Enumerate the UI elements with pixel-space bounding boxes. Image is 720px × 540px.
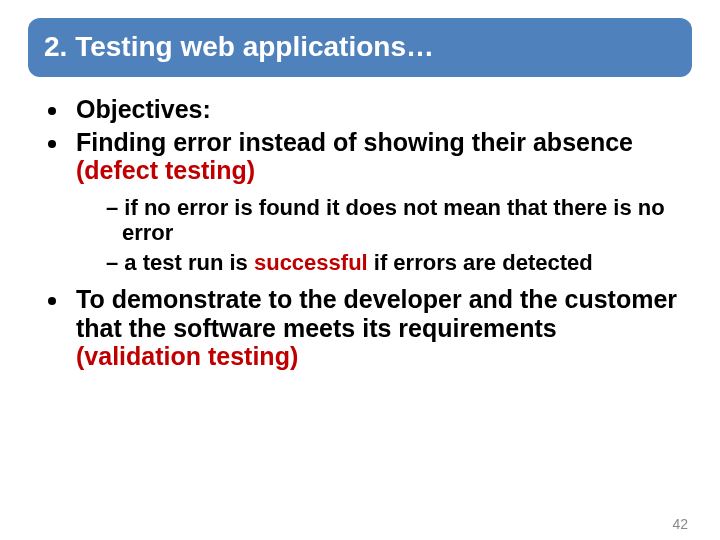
bullet-list-level2: if no error is found it does not mean th…	[76, 195, 680, 275]
slide: 2. Testing web applications… Objectives:…	[0, 18, 720, 540]
highlight-validation-testing: (validation testing)	[76, 342, 298, 370]
highlight-successful: successful	[254, 250, 368, 275]
bullet-list-level1: Objectives: Finding error instead of sho…	[40, 95, 680, 371]
page-number: 42	[672, 516, 688, 532]
subbullet-successful: a test run is successful if errors are d…	[106, 250, 680, 275]
bullet-defect-testing: Finding error instead of showing their a…	[70, 128, 680, 275]
bullet-validation-testing: To demonstrate to the developer and the …	[70, 285, 680, 371]
bullet-objectives: Objectives:	[70, 95, 680, 124]
bullet-text: Objectives:	[76, 95, 211, 123]
slide-title: 2. Testing web applications…	[28, 18, 692, 77]
subbullet-text-b: if errors are detected	[368, 250, 593, 275]
slide-content: Objectives: Finding error instead of sho…	[40, 95, 680, 371]
subbullet-no-error: if no error is found it does not mean th…	[106, 195, 680, 246]
bullet-text: To demonstrate to the developer and the …	[76, 285, 677, 342]
bullet-text: Finding error instead of showing their a…	[76, 128, 633, 156]
highlight-defect-testing: (defect testing)	[76, 156, 255, 184]
subbullet-text-a: a test run is	[124, 250, 254, 275]
subbullet-text: if no error is found it does not mean th…	[122, 195, 665, 245]
